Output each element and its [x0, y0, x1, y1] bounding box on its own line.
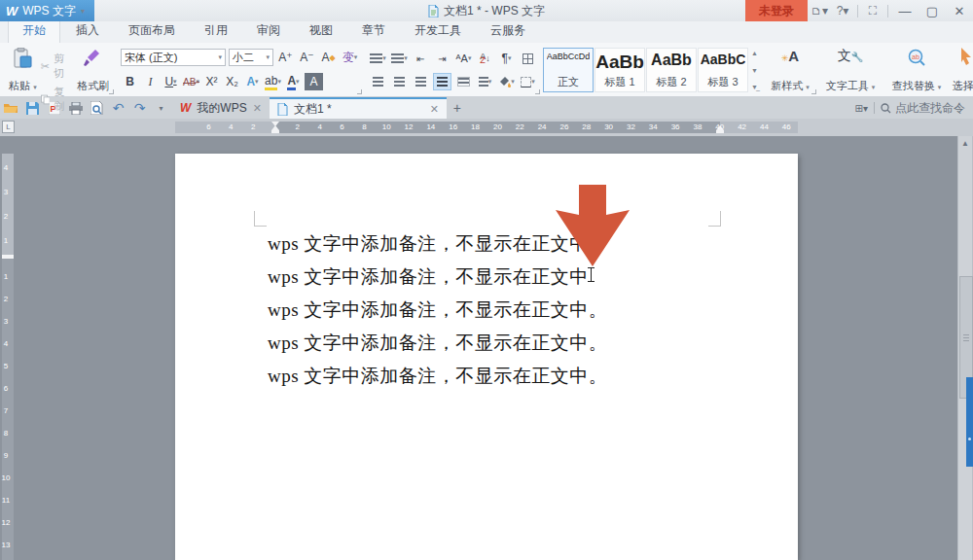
ruler-number: 3	[0, 188, 12, 196]
text-effects-button[interactable]: A▾	[243, 73, 262, 90]
style-item-1[interactable]: AaBb标题 1	[595, 48, 645, 92]
ribbon-tab-4[interactable]: 审阅	[243, 19, 294, 43]
scroll-up-button[interactable]: ▲	[958, 136, 972, 150]
document-tab[interactable]: 文档1 * ✕	[270, 97, 447, 119]
char-shading-button[interactable]: A	[305, 73, 323, 90]
borders-button[interactable]: ▾	[519, 73, 537, 90]
scrollbar-track[interactable]	[958, 150, 972, 560]
font-family-select[interactable]: 宋体 (正文)▾	[121, 49, 226, 66]
ribbon-tab-6[interactable]: 章节	[348, 19, 399, 43]
switch-window-icon[interactable]: ⊞▾	[855, 103, 868, 114]
justify-button[interactable]	[433, 73, 451, 90]
quick-access-menu[interactable]: ▾	[154, 101, 168, 116]
ribbon-tab-7[interactable]: 开发工具	[401, 19, 475, 43]
paste-button[interactable]: 粘贴 ▾	[8, 46, 38, 94]
bullets-button[interactable]: ▾	[369, 50, 387, 67]
document-icon	[277, 103, 288, 116]
home-tab[interactable]: W 我的WPS ✕	[172, 97, 270, 119]
distribute-button[interactable]	[454, 73, 473, 90]
align-right-button[interactable]	[412, 73, 430, 90]
text-line-3[interactable]: wps 文字中添加备注，不显示在正文中。	[268, 298, 607, 323]
clear-format-button[interactable]: A◆	[319, 49, 338, 66]
bullet-list-icon	[370, 53, 382, 63]
bold-button[interactable]: B	[121, 73, 139, 90]
style-item-0[interactable]: AaBbCcDd正文	[543, 48, 594, 92]
shrink-font-button[interactable]: A⁻	[298, 49, 316, 66]
close-icon[interactable]: ✕	[253, 102, 262, 115]
ribbon-tab-8[interactable]: 云服务	[477, 19, 539, 43]
collapse-ribbon-icon[interactable]: ⛶	[861, 0, 884, 21]
strikethrough-button[interactable]: AB▾	[182, 73, 200, 90]
help-icon[interactable]: ?▾	[831, 0, 854, 21]
font-color-button[interactable]: A▾	[284, 73, 303, 90]
select-button[interactable]: 选择 ▾	[946, 46, 973, 94]
numbering-button[interactable]: ▾	[390, 50, 409, 67]
new-tab-button[interactable]: +	[447, 97, 468, 119]
cut-button[interactable]: ✂剪切	[38, 50, 76, 83]
style-item-2[interactable]: AaBb标题 2	[646, 48, 697, 92]
print-preview-button[interactable]	[90, 101, 104, 116]
ruler-number: 32	[627, 122, 635, 131]
increase-indent-button[interactable]: ⇥	[433, 50, 451, 67]
undo-button[interactable]: ↶	[111, 101, 126, 116]
open-button[interactable]	[4, 101, 18, 116]
ruler-number: 2	[0, 295, 12, 303]
minimize-button[interactable]: —	[891, 0, 919, 21]
side-panel-handle[interactable]	[966, 377, 973, 467]
left-indent-marker[interactable]	[271, 130, 279, 133]
document-page[interactable]: wps 文字中添加备注，不显示在正文中。wps 文字中添加备注，不显示在正文中w…	[175, 154, 798, 560]
style-item-3[interactable]: AaBbC标题 3	[698, 48, 748, 92]
ruler-number: 4	[317, 122, 321, 131]
ribbon-tab-5[interactable]: 视图	[296, 19, 346, 43]
new-style-button[interactable]: ✳A 新样式 ▾	[767, 46, 813, 94]
gallery-more-icon[interactable]: ▼̲	[748, 83, 761, 91]
italic-button[interactable]: I	[141, 73, 160, 90]
find-replace-button[interactable]: ab 查找替换 ▾	[887, 46, 946, 94]
text-line-5[interactable]: wps 文字中添加备注，不显示在正文中。	[268, 364, 607, 389]
show-marks-button[interactable]: ¶▾	[497, 50, 516, 67]
change-case-button[interactable]: ᴬA▾	[454, 50, 473, 67]
ribbon-tab-0[interactable]: 开始	[8, 18, 60, 43]
highlight-button[interactable]: ab▾	[264, 73, 282, 90]
styles-dialog-launcher[interactable]	[811, 89, 816, 94]
close-button[interactable]: ✕	[946, 0, 973, 21]
ribbon-tab-3[interactable]: 引用	[191, 19, 241, 43]
font-size-select[interactable]: 小二▾	[229, 49, 273, 66]
paragraph-dialog-launcher[interactable]	[535, 89, 540, 94]
ruler-band: 6422468101214161820222426283032343638404…	[175, 122, 798, 133]
close-icon[interactable]: ✕	[430, 103, 439, 116]
underline-button[interactable]: U▾	[162, 73, 180, 90]
shading-button[interactable]: ▾	[497, 73, 516, 90]
tab-grid-button[interactable]	[519, 50, 537, 67]
align-center-button[interactable]	[390, 73, 409, 90]
ruler-number: 14	[426, 122, 435, 131]
command-search-box[interactable]: 点此查找命令	[881, 100, 965, 117]
align-left-button[interactable]	[369, 73, 387, 90]
redo-button[interactable]: ↷	[132, 101, 147, 116]
text-tool-button[interactable]: 文🔧 文字工具 ▾	[823, 46, 878, 94]
sort-button[interactable]: AZ↓	[476, 50, 494, 67]
grow-font-button[interactable]: A⁺	[276, 49, 295, 66]
decrease-indent-button[interactable]: ⇤	[412, 50, 430, 67]
skin-switch-icon[interactable]: 🗅▾	[808, 0, 831, 21]
text-line-2[interactable]: wps 文字中添加备注，不显示在正文中	[268, 264, 589, 290]
ribbon-tab-1[interactable]: 插入	[62, 19, 113, 43]
maximize-button[interactable]: ▢	[919, 0, 946, 21]
format-painter-button[interactable]: 格式刷	[76, 46, 111, 94]
line-spacing-button[interactable]: ▾	[476, 73, 494, 90]
subscript-button[interactable]: X₂	[223, 73, 241, 90]
ribbon-tab-2[interactable]: 页面布局	[115, 19, 189, 43]
pinyin-guide-button[interactable]: 变▾	[341, 49, 359, 66]
login-button[interactable]: 未登录	[745, 0, 808, 21]
text-tool-group: 文🔧 文字工具 ▾	[819, 46, 882, 94]
superscript-button[interactable]: X²	[202, 73, 221, 90]
clipboard-dialog-launcher[interactable]	[109, 89, 114, 94]
copy-button[interactable]: 复制	[38, 83, 76, 116]
text-line-4[interactable]: wps 文字中添加备注，不显示在正文中。	[268, 331, 607, 356]
font-dialog-launcher[interactable]	[357, 89, 362, 94]
grip-icon	[963, 334, 969, 342]
tab-selector[interactable]: L	[2, 121, 15, 133]
gallery-down-icon[interactable]: ▼	[748, 66, 761, 75]
gallery-up-icon[interactable]: ▲	[748, 49, 761, 57]
wps-menu-button[interactable]: W WPS 文字 ▾	[0, 0, 94, 21]
